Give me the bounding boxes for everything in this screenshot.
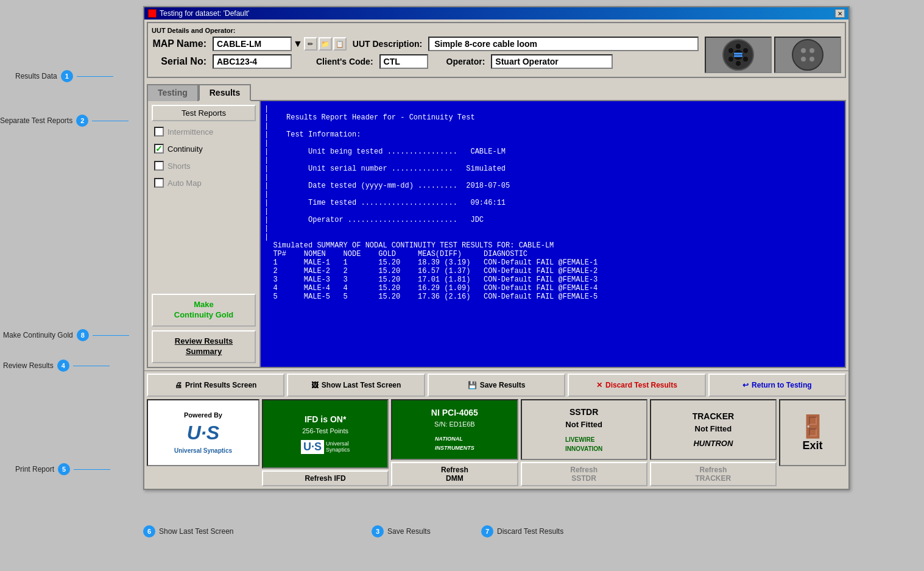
return-icon: ↩ <box>742 381 749 389</box>
svg-point-6 <box>728 57 733 62</box>
callout-8: Make Continuity Gold 8 <box>3 329 129 341</box>
tracker-status: TRACKER Not Fitted HUNTRON <box>650 399 777 460</box>
map-name-label: MAP Name: <box>152 38 206 49</box>
automap-checkbox[interactable] <box>154 178 164 188</box>
checkbox-shorts[interactable]: Shorts <box>152 159 256 172</box>
left-panel: Test Reports Intermittence ✓ Continuity … <box>148 101 261 367</box>
callout-4: Review Results 4 <box>3 360 110 372</box>
connector-area <box>705 37 841 73</box>
refresh-dmm-button[interactable]: RefreshDMM <box>391 462 518 486</box>
synaptics-cell: Powered By U·S Universal Synaptics <box>147 399 259 486</box>
callout-label: Save Results <box>387 527 431 536</box>
livewire-label: LIVEWIREINNOVATION <box>565 436 602 452</box>
continuity-checkbox[interactable]: ✓ <box>154 144 164 154</box>
callout-circle-4: 4 <box>57 360 69 372</box>
exit-panel: 🚪 Exit <box>779 399 846 466</box>
svg-point-2 <box>736 44 741 49</box>
refresh-ifd-button[interactable]: Refresh IFD <box>262 470 389 486</box>
edit-button[interactable]: ✏ <box>304 37 317 51</box>
discard-label: Discard Test Results <box>605 381 677 389</box>
livewire-logo: LIVEWIREINNOVATION <box>565 434 602 453</box>
intermittence-checkbox[interactable] <box>154 127 164 137</box>
svg-point-14 <box>809 57 814 62</box>
tracker-title: TRACKER <box>693 411 734 421</box>
tabs-bar: Testing Results <box>144 80 848 100</box>
folder-button[interactable]: 📁 <box>319 37 332 51</box>
callout-circle-2: 2 <box>76 115 88 127</box>
discard-results-button[interactable]: ✕ Discard Test Results <box>568 374 705 397</box>
checkbox-automap[interactable]: Auto Map <box>152 176 256 190</box>
huntron-logo: HUNTRON <box>693 439 733 448</box>
callout-1: Results Data 1 <box>15 70 113 82</box>
bottom-bar: Powered By U·S Universal Synaptics IFD i… <box>144 399 848 489</box>
save-icon: 💾 <box>468 381 477 389</box>
dropdown-arrow[interactable]: ▼ <box>293 38 303 49</box>
tracker-cell: TRACKER Not Fitted HUNTRON RefreshTRACKE… <box>650 399 777 486</box>
ifd-logo-text: U·S <box>301 440 324 454</box>
refresh-tracker-button[interactable]: RefreshTRACKER <box>650 462 777 486</box>
description-label: UUT Description: <box>353 39 422 49</box>
window-title: Testing for dataset: 'Default' <box>160 9 249 18</box>
svg-point-4 <box>743 57 748 62</box>
callout-circle-1: 1 <box>61 70 73 82</box>
intermittence-label: Intermittence <box>168 127 213 137</box>
client-code-input[interactable] <box>379 54 428 69</box>
dmm-title: NI PCI-4065 <box>431 408 478 417</box>
operator-input[interactable] <box>491 54 613 69</box>
exit-label: Exit <box>802 439 822 452</box>
description-value: Simple 8-core cable loom <box>428 37 699 51</box>
show-last-label: Show Last Test Screen <box>322 381 401 389</box>
save-results-button[interactable]: 💾 Save Results <box>428 374 565 397</box>
checkbox-intermittence[interactable]: Intermittence <box>152 125 256 138</box>
ifd-title: IFD is ON* <box>305 414 346 424</box>
svg-point-11 <box>801 48 806 53</box>
callout-label: Review Results <box>3 361 54 370</box>
map-name-input[interactable] <box>213 37 292 51</box>
ifd-logo-label: UniversalSynaptics <box>326 441 350 453</box>
review-results-summary-button[interactable]: Review ResultsSummary <box>152 330 256 363</box>
callout-circle-8: 8 <box>77 329 89 341</box>
callout-label: Make Continuity Gold <box>3 331 73 339</box>
results-display: | | Results Report Header for - Continui… <box>261 101 845 367</box>
callout-5: Print Report 5 <box>15 463 110 475</box>
operator-label: Operator: <box>446 57 485 66</box>
callout-label: Discard Test Results <box>497 527 563 536</box>
huntron-label: HUNTRON <box>693 439 733 448</box>
make-continuity-gold-button[interactable]: MakeContinuity Gold <box>152 294 256 327</box>
powered-by: Powered By <box>184 411 222 419</box>
print-results-button[interactable]: 🖨 Print Results Screen <box>147 374 284 397</box>
serial-input[interactable] <box>213 54 292 69</box>
callout-label: Results Data <box>15 72 57 80</box>
dmm-ni-label: NATIONALINSTRUMENTS <box>435 436 474 451</box>
tab-results[interactable]: Results <box>199 84 252 101</box>
shorts-checkbox[interactable] <box>154 161 164 171</box>
ifd-subtitle: 256-Test Points <box>302 427 348 434</box>
sstdr-title: SSTDR <box>570 407 598 417</box>
close-button[interactable]: ✕ <box>835 9 845 18</box>
callout-circle-3: 3 <box>372 525 384 537</box>
save-label: Save Results <box>480 381 526 389</box>
serial-label: Serial No: <box>152 56 206 67</box>
show-last-icon: 🖼 <box>311 381 319 389</box>
tracker-subtitle: Not Fitted <box>695 424 732 433</box>
return-to-testing-button[interactable]: ↩ Return to Testing <box>708 374 846 397</box>
callout-6: 6 Show Last Test Screen <box>143 525 234 537</box>
refresh-sstdr-button[interactable]: RefreshSSTDR <box>521 462 647 486</box>
copy-button[interactable]: 📋 <box>333 37 347 51</box>
svg-point-5 <box>736 61 741 66</box>
callout-3: 3 Save Results <box>372 525 431 537</box>
test-reports-button[interactable]: Test Reports <box>152 105 256 121</box>
sstdr-status: SSTDR Not Fitted LIVEWIREINNOVATION <box>521 399 647 460</box>
callout-circle-7: 7 <box>481 525 493 537</box>
map-name-dropdown[interactable]: ▼ ✏ 📁 📋 <box>213 37 347 51</box>
checkmark-icon: ✓ <box>155 144 163 154</box>
window-icon <box>148 9 157 18</box>
checkbox-continuity[interactable]: ✓ Continuity <box>152 142 256 155</box>
show-last-test-button[interactable]: 🖼 Show Last Test Screen <box>287 374 425 397</box>
dmm-subtitle: S/N: ED1E6B <box>434 420 475 428</box>
shorts-label: Shorts <box>168 161 191 171</box>
tab-testing[interactable]: Testing <box>147 84 199 101</box>
main-window: Testing for dataset: 'Default' ✕ UUT Det… <box>143 6 850 490</box>
sstdr-cell: SSTDR Not Fitted LIVEWIREINNOVATION Refr… <box>521 399 647 486</box>
callout-2: Separate Test Reports 2 <box>0 115 129 127</box>
